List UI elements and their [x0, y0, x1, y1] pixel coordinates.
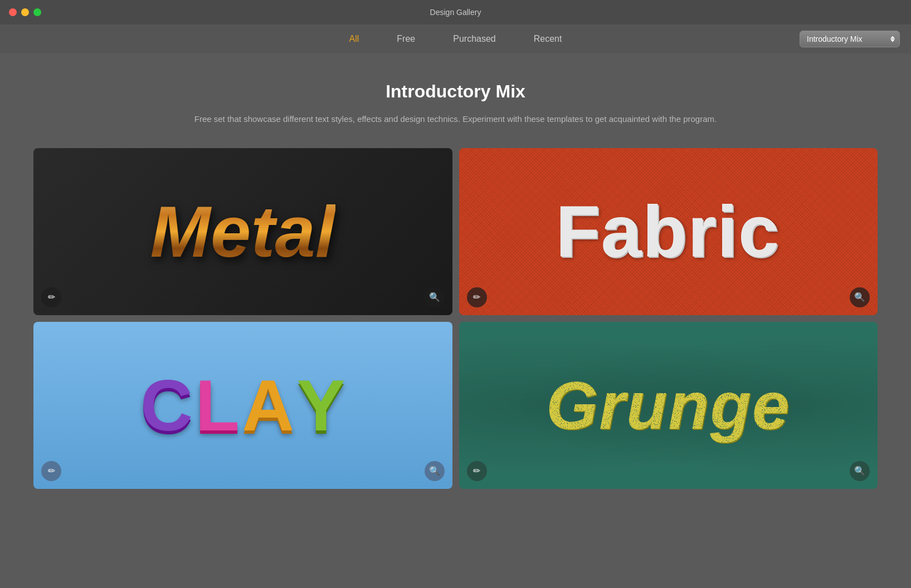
- gallery-item-fabric[interactable]: Fabric ✏ 🔍: [459, 148, 878, 315]
- section-description: Free set that showcase different text st…: [121, 113, 790, 126]
- dropdown-value: Introductory Mix: [807, 35, 863, 43]
- category-dropdown[interactable]: Introductory Mix: [800, 31, 900, 47]
- clay-letter-l: L: [195, 364, 239, 447]
- pencil-icon: ✏: [48, 465, 55, 476]
- edit-fabric-button[interactable]: ✏: [467, 287, 487, 307]
- search-icon: 🔍: [854, 465, 865, 476]
- clay-letter-a: A: [242, 364, 294, 447]
- search-icon: 🔍: [429, 292, 440, 302]
- zoom-grunge-button[interactable]: 🔍: [850, 461, 870, 481]
- pencil-icon: ✏: [473, 292, 480, 302]
- dropdown-container: Introductory Mix: [800, 31, 900, 47]
- fabric-text: Fabric: [556, 190, 780, 273]
- gallery-item-metal[interactable]: Metal ✏ 🔍: [33, 148, 452, 315]
- zoom-metal-button[interactable]: 🔍: [425, 287, 445, 307]
- search-icon: 🔍: [854, 292, 865, 302]
- tab-recent[interactable]: Recent: [532, 31, 564, 47]
- clay-letter-y: Y: [297, 364, 345, 447]
- clay-letter-c: C: [140, 364, 193, 447]
- tab-all[interactable]: All: [347, 31, 362, 47]
- maximize-button[interactable]: [33, 8, 41, 16]
- title-bar: Design Gallery: [0, 0, 911, 24]
- dropdown-arrow-icon: [890, 36, 895, 42]
- metal-text: Metal: [150, 190, 335, 273]
- search-icon: 🔍: [429, 465, 440, 476]
- minimize-button[interactable]: [21, 8, 29, 16]
- tab-purchased[interactable]: Purchased: [451, 31, 498, 47]
- window-title: Design Gallery: [430, 8, 481, 17]
- pencil-icon: ✏: [48, 292, 55, 302]
- traffic-lights: [9, 8, 41, 16]
- nav-tabs: All Free Purchased Recent: [347, 31, 564, 47]
- gallery-item-clay[interactable]: C L A Y ✏ 🔍: [33, 322, 452, 489]
- grunge-text: Grunge: [546, 367, 791, 444]
- section-title: Introductory Mix: [33, 81, 878, 102]
- close-button[interactable]: [9, 8, 17, 16]
- edit-grunge-button[interactable]: ✏: [467, 461, 487, 481]
- pencil-icon: ✏: [473, 465, 480, 476]
- gallery-grid: Metal ✏ 🔍 Fabric ✏ 🔍 C L A: [33, 148, 878, 489]
- zoom-fabric-button[interactable]: 🔍: [850, 287, 870, 307]
- zoom-clay-button[interactable]: 🔍: [425, 461, 445, 481]
- edit-metal-button[interactable]: ✏: [41, 287, 61, 307]
- content-area: Introductory Mix Free set that showcase …: [0, 53, 911, 511]
- clay-text-group: C L A Y: [140, 364, 345, 447]
- nav-bar: All Free Purchased Recent Introductory M…: [0, 24, 911, 53]
- edit-clay-button[interactable]: ✏: [41, 461, 61, 481]
- gallery-item-grunge[interactable]: Grunge ✏ 🔍: [459, 322, 878, 489]
- tab-free[interactable]: Free: [394, 31, 417, 47]
